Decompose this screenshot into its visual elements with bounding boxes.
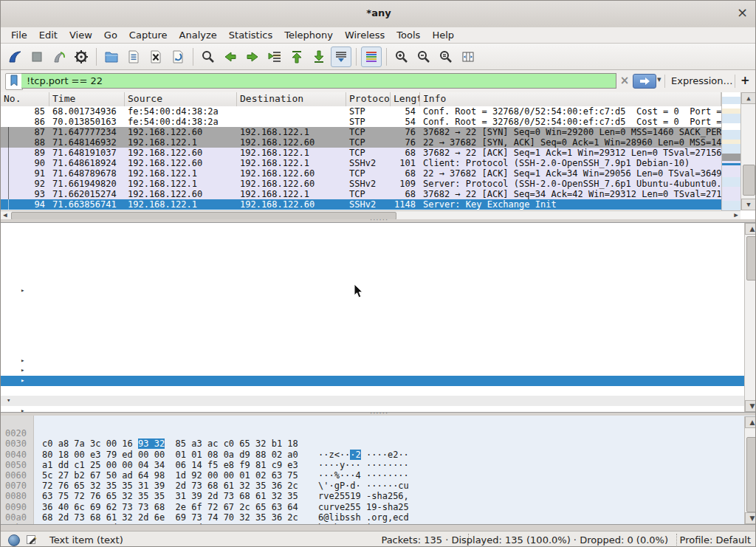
intelligent-scrollbar-minimap[interactable]: [721, 92, 741, 210]
menu-item[interactable]: Capture: [123, 27, 173, 43]
scrollbar-thumb[interactable]: [746, 437, 756, 512]
packet-list-header[interactable]: No.TimeSourceDestinationProtocolLengthIn…: [1, 92, 721, 107]
packet-row[interactable]: 9471.663856741192.168.122.1192.168.122.6…: [1, 199, 721, 210]
detail-line[interactable]: TCP payload (1080 bytes): [1, 386, 756, 396]
scroll-down-icon[interactable]: ▼: [745, 512, 756, 524]
packet-row[interactable]: 9071.648618924192.168.122.60192.168.122.…: [1, 158, 721, 168]
hex-row[interactable]: 00a0 65 63 64 68 2d 73 68 61 32 2d 6e 69…: [1, 502, 756, 512]
column-header-time[interactable]: Time: [49, 92, 125, 106]
filter-apply-button[interactable]: [633, 74, 656, 89]
go-back-button[interactable]: [220, 47, 241, 67]
hex-row[interactable]: 0030 80 18 00 e3 79 ed 00 00 01 01 08 0a…: [1, 428, 756, 438]
column-header-destination[interactable]: Destination: [237, 92, 346, 106]
scroll-up-icon[interactable]: ▲: [745, 416, 756, 428]
zoom-out-button[interactable]: [413, 47, 434, 67]
reload-file-button[interactable]: [168, 47, 188, 67]
menu-item[interactable]: View: [63, 27, 98, 43]
auto-scroll-button[interactable]: [331, 47, 351, 67]
detail-line[interactable]: Checksum: 0x79ed [unverified]: [1, 326, 756, 336]
detail-line[interactable]: [TCP Segment Len: 1080]: [1, 235, 756, 246]
menu-item[interactable]: Go: [98, 27, 123, 43]
zoom-reset-button[interactable]: [436, 47, 456, 67]
detail-line[interactable]: Urgent pointer: 0: [1, 345, 756, 356]
filter-apply-dropdown-caret[interactable]: ▾: [657, 75, 662, 84]
stop-capture-button[interactable]: [27, 47, 47, 67]
menu-item[interactable]: Edit: [33, 27, 63, 43]
detail-line[interactable]: [Checksum Status: Unverified]: [1, 336, 756, 346]
filter-bookmark-button[interactable]: [5, 73, 23, 90]
column-header-length[interactable]: Length: [391, 92, 420, 106]
detail-line[interactable]: [Calculated window size: 29056]: [1, 306, 756, 316]
menu-item[interactable]: Telephony: [278, 27, 339, 43]
go-to-packet-button[interactable]: [264, 47, 285, 67]
hex-row[interactable]: 0090 68 2d 73 68 61 32 2d 6e 69 73 74 70…: [1, 491, 756, 501]
close-file-button[interactable]: [145, 47, 166, 67]
title-bar[interactable]: *any ×: [1, 1, 756, 28]
colorize-button[interactable]: [361, 47, 382, 67]
hex-row[interactable]: 0020 c0 a8 7a 3c 00 16 93 32 85 a3 ac c0…: [1, 418, 756, 428]
start-capture-button[interactable]: [4, 47, 25, 67]
find-packet-button[interactable]: [198, 47, 219, 67]
scrollbar-thumb[interactable]: [743, 165, 755, 196]
go-first-packet-button[interactable]: [286, 47, 307, 67]
detail-line[interactable]: [Window size scaling factor: 128]: [1, 315, 756, 326]
detail-line[interactable]: ▸Options: (12 bytes), No-Operation (NOP)…: [1, 356, 756, 366]
expand-triangle-icon[interactable]: ▸: [21, 376, 24, 386]
hex-row[interactable]: 0080 36 40 6c 69 62 73 73 68 2e 6f 72 67…: [1, 481, 756, 491]
restart-capture-button[interactable]: [49, 47, 69, 67]
expert-info-icon[interactable]: [8, 534, 20, 546]
hex-ascii[interactable]: h-sha2-n istp256,: [318, 523, 409, 525]
menu-item[interactable]: Statistics: [223, 27, 278, 43]
detail-line[interactable]: ▸Flags: 0x018 (PSH, ACK): [1, 286, 756, 296]
detail-line[interactable]: Sequence number: 42 (relative sequence n…: [1, 245, 756, 255]
hex-vertical-scrollbar[interactable]: ▲ ▼: [744, 416, 756, 524]
hex-row[interactable]: 0050 5c 27 b2 67 50 ad 64 98 1d 92 00 00…: [1, 450, 756, 460]
hex-row[interactable]: 0060 72 76 65 32 35 35 31 39 2d 73 68 61…: [1, 460, 756, 470]
column-header-source[interactable]: Source: [125, 92, 237, 106]
detail-line[interactable]: [Next sequence number: 1122 (relative se…: [1, 255, 756, 266]
packet-row[interactable]: 9271.661949820192.168.122.1192.168.122.6…: [1, 179, 721, 189]
scroll-right-icon[interactable]: ▶: [732, 211, 740, 219]
scrollbar-thumb[interactable]: [746, 236, 756, 281]
status-profile[interactable]: Profile: Default: [680, 534, 751, 546]
hex-row[interactable]: 00b0 38 34 2c 65 63 64 68 2d 73 68 61 32…: [1, 512, 756, 523]
details-vertical-scrollbar[interactable]: ▲ ▼: [744, 223, 756, 412]
capture-comment-icon[interactable]: [26, 534, 38, 547]
expand-triangle-icon[interactable]: ▸: [21, 406, 24, 413]
window-close-button[interactable]: ×: [737, 5, 748, 20]
filter-clear-icon[interactable]: ×: [618, 74, 631, 87]
hex-bytes[interactable]: 65 63 64 68 2d 73 68 61 32 2d 6e 69 73 7…: [42, 523, 298, 525]
scroll-down-icon[interactable]: ▼: [741, 199, 756, 210]
packet-row[interactable]: 9371.662015274192.168.122.60192.168.122.…: [1, 189, 721, 199]
expand-triangle-icon[interactable]: ▸: [21, 286, 24, 296]
menu-item[interactable]: Wireless: [339, 27, 391, 43]
packet-row[interactable]: 9171.648789678192.168.122.1192.168.122.6…: [1, 168, 721, 179]
detail-line[interactable]: 1000 .... = Header Length: 32 bytes (8): [1, 275, 756, 286]
menu-item[interactable]: Analyze: [173, 27, 223, 43]
packet-row[interactable]: 8670.013850163fe:54:00:d4:38:2aSTP54Conf…: [1, 117, 721, 127]
filter-add-button[interactable]: +: [740, 74, 750, 87]
menu-item[interactable]: Help: [426, 27, 460, 43]
expand-triangle-icon[interactable]: ▸: [21, 365, 24, 376]
save-file-button[interactable]: [123, 47, 144, 67]
column-header-no[interactable]: No.: [1, 92, 49, 106]
go-forward-button[interactable]: [242, 47, 263, 67]
packet-row[interactable]: 8568.001734936fe:54:00:d4:38:2aSTP54Conf…: [1, 106, 721, 117]
scroll-down-icon[interactable]: ▼: [745, 400, 756, 412]
capture-options-button[interactable]: [71, 47, 92, 67]
expression-button[interactable]: Expression…: [671, 75, 733, 86]
hex-row[interactable]: 0070 63 75 72 76 65 32 35 35 31 39 2d 73…: [1, 470, 756, 481]
scroll-up-icon[interactable]: ▲: [741, 92, 756, 104]
hex-row[interactable]: 0040 a1 dd c1 25 00 00 04 34 06 14 f5 e8…: [1, 438, 756, 449]
detail-line[interactable]: ▸[SEQ/ACK analysis]: [1, 365, 756, 376]
detail-line[interactable]: ▾SSH Protocol: [1, 396, 756, 406]
open-file-button[interactable]: [101, 47, 122, 67]
detail-line[interactable]: Acknowledgment number: 34 (relative ack …: [1, 265, 756, 275]
scroll-left-icon[interactable]: ◀: [1, 211, 10, 219]
scroll-up-icon[interactable]: ▲: [745, 223, 756, 235]
detail-line[interactable]: ▸[Timestamps]: [1, 376, 756, 386]
packet-list-vertical-scrollbar[interactable]: ▲ ▼: [740, 92, 756, 210]
menu-item[interactable]: File: [5, 27, 33, 43]
display-filter-input[interactable]: !tcp.port == 22: [21, 73, 616, 89]
zoom-in-button[interactable]: [391, 47, 412, 67]
